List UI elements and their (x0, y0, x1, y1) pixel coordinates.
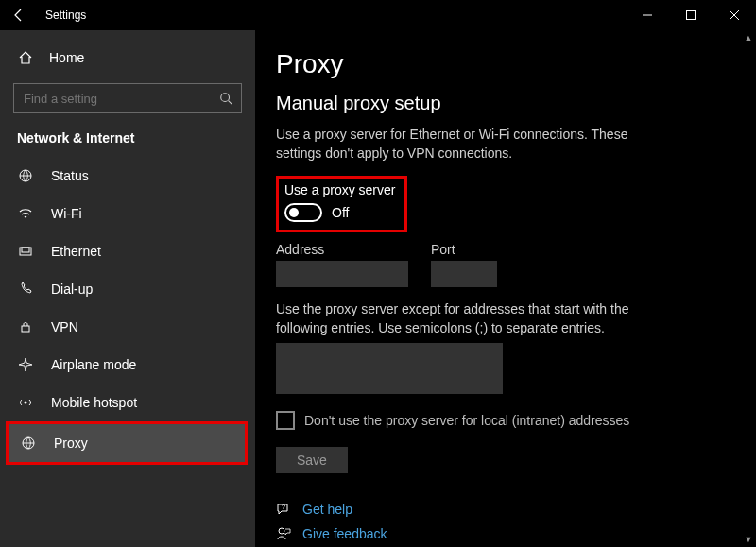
get-help-text: Get help (302, 502, 352, 517)
page-title: Proxy (276, 49, 756, 79)
sidebar: Home Network & Internet Status Wi-Fi Eth… (0, 30, 255, 547)
scroll-up-icon[interactable]: ▲ (741, 30, 756, 45)
local-bypass-label: Don't use the proxy server for local (in… (304, 413, 629, 428)
svg-rect-6 (22, 248, 29, 252)
dialup-icon (17, 282, 34, 297)
sidebar-item-status[interactable]: Status (0, 157, 255, 195)
sidebar-item-proxy[interactable]: Proxy (9, 424, 245, 462)
window-title: Settings (45, 9, 86, 22)
sidebar-item-wifi[interactable]: Wi-Fi (0, 195, 255, 232)
toggle-label: Use a proxy server (284, 182, 395, 197)
svg-line-3 (229, 101, 232, 105)
feedback-link[interactable]: Give feedback (276, 526, 756, 541)
sidebar-item-label: Proxy (54, 436, 88, 451)
section-heading: Manual proxy setup (276, 93, 756, 114)
proxy-toggle-highlight-box: Use a proxy server Off (276, 176, 407, 232)
exceptions-description: Use the proxy server except for addresse… (276, 300, 635, 337)
proxy-toggle[interactable] (284, 203, 322, 222)
sidebar-item-label: Mobile hotspot (51, 395, 137, 410)
port-input[interactable] (431, 261, 497, 287)
svg-point-11 (279, 528, 284, 534)
svg-point-2 (221, 94, 230, 102)
window-controls (626, 0, 756, 30)
sidebar-item-dialup[interactable]: Dial-up (0, 270, 255, 308)
save-button[interactable]: Save (276, 447, 348, 473)
toggle-state: Off (332, 205, 349, 220)
home-icon (17, 50, 34, 65)
sidebar-item-label: Airplane mode (51, 357, 136, 372)
address-label: Address (276, 242, 408, 257)
vpn-icon (17, 319, 34, 334)
proxy-highlight-box: Proxy (6, 421, 248, 465)
hotspot-icon (17, 395, 34, 410)
address-input[interactable] (276, 261, 408, 287)
get-help-link[interactable]: ? Get help (276, 502, 756, 517)
proxy-icon (20, 436, 37, 451)
exceptions-input[interactable] (276, 343, 503, 394)
search-input[interactable] (13, 83, 242, 113)
port-label: Port (431, 242, 497, 257)
sidebar-item-label: Dial-up (51, 282, 93, 297)
sidebar-item-label: Status (51, 168, 89, 183)
close-button[interactable] (713, 0, 756, 30)
sidebar-item-label: VPN (51, 319, 78, 334)
sidebar-item-hotspot[interactable]: Mobile hotspot (0, 384, 255, 421)
maximize-button[interactable] (669, 0, 713, 30)
status-icon (17, 168, 34, 183)
home-nav[interactable]: Home (0, 40, 255, 76)
local-bypass-checkbox[interactable] (276, 411, 295, 430)
toggle-knob (289, 208, 299, 217)
home-label: Home (49, 50, 84, 65)
back-button[interactable] (0, 0, 38, 30)
sidebar-item-label: Ethernet (51, 244, 101, 259)
sidebar-item-vpn[interactable]: VPN (0, 308, 255, 346)
sidebar-section-heading: Network & Internet (0, 127, 255, 157)
section-description: Use a proxy server for Ethernet or Wi-Fi… (276, 126, 673, 162)
svg-rect-7 (22, 326, 29, 332)
scrollbar[interactable]: ▲ ▼ (741, 30, 756, 547)
sidebar-item-label: Wi-Fi (51, 206, 82, 221)
wifi-icon (17, 206, 34, 221)
airplane-icon (17, 357, 34, 372)
ethernet-icon (17, 244, 34, 259)
search-icon (219, 92, 232, 105)
sidebar-item-airplane[interactable]: Airplane mode (0, 346, 255, 384)
feedback-icon (276, 526, 291, 541)
svg-rect-1 (687, 11, 696, 20)
minimize-button[interactable] (626, 0, 669, 30)
scroll-down-icon[interactable]: ▼ (741, 532, 756, 547)
svg-text:?: ? (282, 504, 285, 510)
main-content: Proxy Manual proxy setup Use a proxy ser… (255, 30, 756, 547)
sidebar-item-ethernet[interactable]: Ethernet (0, 232, 255, 270)
svg-point-8 (25, 402, 27, 404)
help-icon: ? (276, 502, 291, 517)
titlebar: Settings (0, 0, 756, 30)
feedback-text: Give feedback (302, 526, 387, 541)
